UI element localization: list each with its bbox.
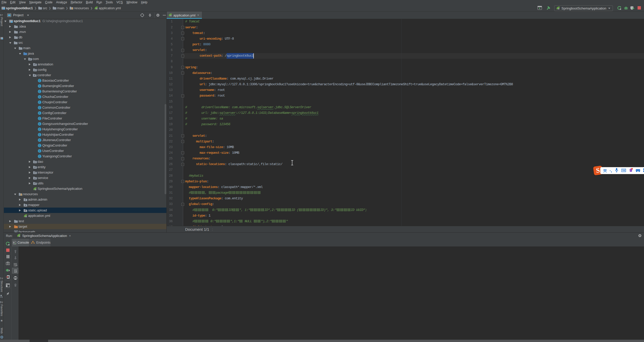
svg-text:C: C xyxy=(39,144,41,147)
svg-text:C: C xyxy=(39,155,41,158)
svg-text:C: C xyxy=(39,139,41,141)
svg-text:C: C xyxy=(39,122,41,125)
svg-text:C: C xyxy=(39,133,41,136)
svg-text:C: C xyxy=(39,128,41,131)
svg-text:C: C xyxy=(39,101,41,104)
svg-text:C: C xyxy=(39,79,41,82)
svg-text:C: C xyxy=(39,106,41,109)
svg-text:C: C xyxy=(39,95,41,98)
svg-text:C: C xyxy=(39,84,41,87)
svg-text:C: C xyxy=(39,149,41,152)
svg-text:C: C xyxy=(39,112,41,114)
svg-text:C: C xyxy=(39,117,41,120)
svg-text:C: C xyxy=(39,90,41,93)
